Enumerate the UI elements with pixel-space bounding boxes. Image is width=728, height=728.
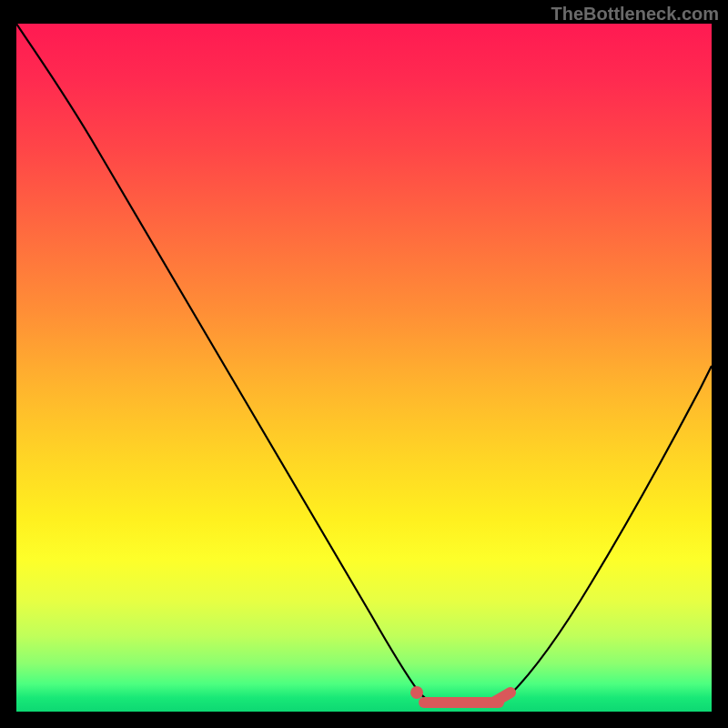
marker-start-dot (410, 686, 423, 699)
chart-curve (16, 24, 712, 707)
chart-svg (16, 24, 712, 712)
plot-area (16, 24, 712, 712)
watermark-text: TheBottleneck.com (551, 4, 719, 25)
marker-segment-tail (493, 693, 511, 703)
